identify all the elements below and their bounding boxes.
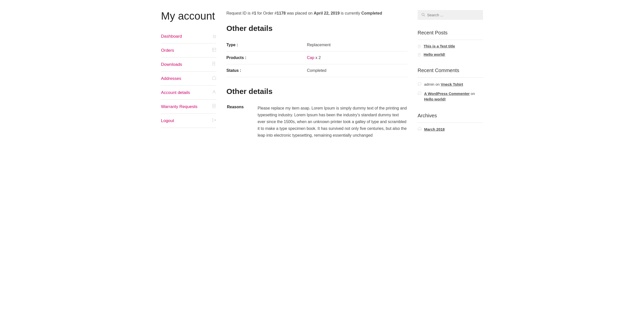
section1-title: Other details [226,24,408,33]
sidebar-nav: Dashboard ⊙ Orders Downloads [161,30,216,128]
section2-title: Other details [226,87,408,96]
search-icon [421,13,425,17]
sidebar-item-dashboard[interactable]: Dashboard ⊙ [161,30,216,43]
recent-posts-title: Recent Posts [418,30,483,36]
dashboard-icon: ⊙ [213,34,216,39]
post-icon-1 [418,44,421,49]
sidebar-item-downloads[interactable]: Downloads [161,58,216,72]
post-link-2[interactable]: Hello world! [424,52,445,57]
comment-item-2: A WordPress Commenter on Hello world! [418,91,483,102]
search-input[interactable] [427,13,479,17]
products-label: Products : [226,51,307,64]
svg-line-13 [424,15,425,16]
page-title: My account [161,10,216,22]
post-item-2: Hello world! [418,52,483,58]
main-content: Request ID is #1 for Order #1178 was pla… [226,10,408,142]
downloads-icon [212,62,216,67]
svg-rect-3 [213,62,215,66]
request-id: 1 [254,11,256,15]
svg-point-6 [213,90,215,92]
search-box[interactable] [418,10,483,20]
reasons-row: Reasons Please replace my item asap. Lor… [227,102,407,141]
sidebar-item-warranty-requests[interactable]: Warranty Requests [161,100,216,114]
sidebar-item-orders-label: Orders [161,48,174,53]
sidebar-item-addresses[interactable]: Addresses [161,72,216,86]
recent-comments-divider [418,77,483,78]
svg-point-12 [422,13,424,16]
post-link-1[interactable]: This is a Test title [424,44,455,48]
reasons-label: Reasons [227,102,257,141]
details-table: Type : Replacement Products : Cap x 2 St… [226,39,408,77]
sidebar-item-addresses-label: Addresses [161,76,181,81]
product-link[interactable]: Cap [307,56,314,60]
comment-text-1: admin on Vneck Tshirt [424,82,463,87]
warranty-requests-icon [212,104,216,110]
product-qty: x 2 [314,56,321,60]
reasons-text: Please replace my item asap. Lorem Ipsum… [258,102,407,141]
sidebar-item-account-details[interactable]: Account details [161,86,216,100]
recent-comments-title: Recent Comments [418,68,483,73]
sidebar-item-logout-label: Logout [161,118,174,123]
sidebar-item-account-details-label: Account details [161,90,190,95]
comment-icon-1 [418,82,422,87]
logout-icon [212,118,216,124]
table-row-status: Status : Completed [226,64,408,77]
status-value: Completed [307,64,408,77]
sidebar-item-orders[interactable]: Orders [161,43,216,58]
archives-divider [418,123,483,123]
order-date: April 22, 2019 [314,11,340,15]
right-sidebar: Recent Posts This is a Test title Hello … [418,10,483,142]
table-row-type: Type : Replacement [226,39,408,51]
archive-icon-1 [418,127,422,132]
sidebar-item-logout[interactable]: Logout [161,114,216,128]
type-value: Replacement [307,39,408,51]
post-item-1: This is a Test title [418,44,483,49]
comment-link-1[interactable]: Vneck Tshirt [441,82,463,86]
recent-posts-divider [418,40,483,40]
orders-icon [212,47,216,53]
sidebar-item-dashboard-label: Dashboard [161,34,182,39]
order-id: 1178 [277,11,286,15]
sidebar: My account Dashboard ⊙ Orders Downloads [161,10,216,142]
account-details-icon [212,90,216,95]
addresses-icon [212,76,216,81]
status-label: Status : [226,64,307,77]
comment-icon-2 [418,91,422,96]
order-status: Completed [361,11,382,15]
products-value: Cap x 2 [307,51,408,64]
comment-text-2: A WordPress Commenter on Hello world! [424,91,483,102]
archive-link-1[interactable]: March 2018 [424,127,445,131]
archive-item-1: March 2018 [418,127,483,132]
type-label: Type : [226,39,307,51]
svg-rect-0 [212,48,216,51]
table-row-products: Products : Cap x 2 [226,51,408,64]
commenter-link[interactable]: A WordPress Commenter [424,91,470,96]
sidebar-item-downloads-label: Downloads [161,62,182,67]
sidebar-item-warranty-requests-label: Warranty Requests [161,104,197,109]
reasons-table: Reasons Please replace my item asap. Lor… [226,102,408,142]
comment-post-link-2[interactable]: Hello world! [424,97,446,101]
comment-item-1: admin on Vneck Tshirt [418,82,483,87]
request-info: Request ID is #1 for Order #1178 was pla… [226,10,408,17]
post-icon-2 [418,53,421,58]
archives-title: Archives [418,113,483,119]
